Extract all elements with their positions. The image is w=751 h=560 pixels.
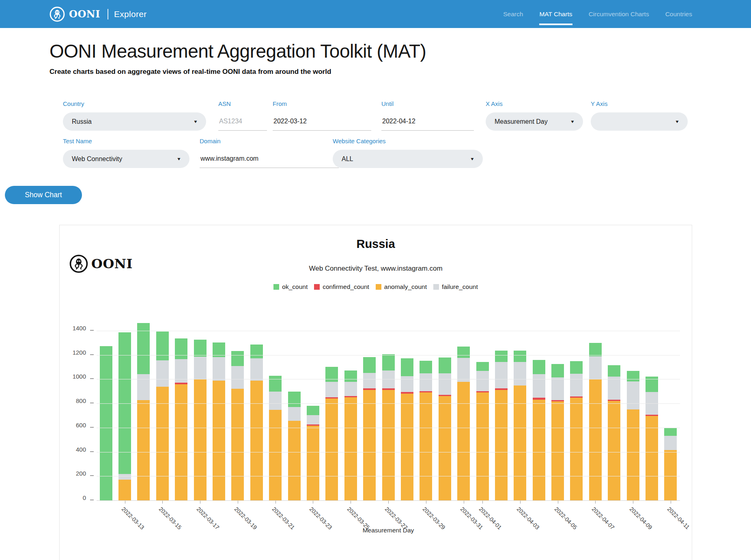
bar-segment-ok_count bbox=[420, 361, 432, 373]
nav-countries[interactable]: Countries bbox=[665, 8, 692, 20]
bar-slot-2022-03-29: 2022-03-29 bbox=[417, 319, 435, 501]
bar-segment-ok_count bbox=[608, 365, 620, 377]
x-axis-label: X Axis bbox=[486, 100, 583, 107]
bar-2022-03-25[interactable] bbox=[344, 370, 357, 501]
x-axis-select-value: Measurement Day bbox=[495, 118, 548, 125]
bar-slot-2022-03-31: 2022-03-31 bbox=[454, 319, 473, 501]
bar-2022-03-23[interactable] bbox=[307, 406, 319, 501]
legend-label: ok_count bbox=[282, 283, 308, 291]
bar-2022-04-08[interactable] bbox=[608, 365, 620, 501]
bar-2022-04-05[interactable] bbox=[551, 364, 564, 501]
bar-segment-failure_count bbox=[307, 415, 319, 424]
bar-2022-03-17[interactable] bbox=[194, 340, 207, 501]
nav-search[interactable]: Search bbox=[503, 8, 523, 20]
bar-slot-2022-03-28 bbox=[398, 319, 416, 501]
bar-segment-failure_count bbox=[551, 377, 564, 400]
from-date-input[interactable] bbox=[273, 112, 371, 131]
bar-2022-04-10[interactable] bbox=[646, 377, 658, 501]
bar-2022-04-01[interactable] bbox=[476, 362, 489, 501]
bar-segment-ok_count bbox=[627, 371, 639, 381]
ooni-octopus-icon bbox=[49, 6, 65, 22]
bar-segment-anomaly_count bbox=[382, 390, 395, 501]
bar-segment-ok_count bbox=[439, 358, 451, 373]
bar-slot-2022-03-19: 2022-03-19 bbox=[228, 319, 247, 501]
bar-2022-03-26[interactable] bbox=[363, 357, 376, 501]
bar-slot-2022-04-07: 2022-04-07 bbox=[586, 319, 605, 501]
chart-subtitle: Web Connectivity Test, www.instagram.com bbox=[60, 265, 692, 273]
bar-slot-2022-04-06 bbox=[567, 319, 586, 501]
ooni-explorer-logo[interactable]: OONI Explorer bbox=[49, 6, 147, 22]
until-date-input[interactable] bbox=[381, 112, 474, 131]
field-until: Until bbox=[381, 100, 474, 131]
bar-2022-03-15[interactable] bbox=[156, 332, 169, 501]
test-name-select[interactable]: Web Connectivity ▼ bbox=[63, 150, 189, 168]
brand-divider bbox=[108, 9, 108, 19]
x-tick-mark bbox=[351, 501, 351, 504]
bar-2022-04-11[interactable] bbox=[664, 428, 677, 501]
bar-slot-2022-03-30 bbox=[435, 319, 454, 501]
bar-2022-03-21[interactable] bbox=[269, 376, 282, 501]
gridline-200 bbox=[97, 476, 680, 476]
bar-2022-03-18[interactable] bbox=[213, 342, 225, 501]
bar-2022-03-29[interactable] bbox=[420, 361, 432, 501]
bar-segment-anomaly_count bbox=[551, 401, 564, 501]
bar-segment-anomaly_count bbox=[439, 396, 451, 501]
bar-segment-anomaly_count bbox=[213, 381, 225, 501]
domain-input[interactable] bbox=[200, 150, 339, 168]
bar-2022-03-14[interactable] bbox=[137, 323, 150, 501]
bar-segment-failure_count bbox=[608, 377, 620, 399]
bar-segment-anomaly_count bbox=[514, 386, 526, 501]
chevron-down-icon: ▼ bbox=[675, 119, 680, 124]
bar-segment-ok_count bbox=[382, 354, 395, 370]
chart-title: Russia bbox=[60, 237, 692, 251]
country-select[interactable]: Russia ▼ bbox=[63, 112, 206, 131]
bar-2022-04-04[interactable] bbox=[533, 360, 545, 501]
nav-circumvention-charts[interactable]: Circumvention Charts bbox=[589, 8, 649, 20]
x-tick-mark bbox=[464, 501, 464, 504]
bar-2022-03-24[interactable] bbox=[325, 367, 338, 501]
bar-slot-2022-04-01: 2022-04-01 bbox=[473, 319, 492, 501]
bar-2022-03-13[interactable] bbox=[118, 332, 131, 501]
bar-segment-anomaly_count bbox=[175, 384, 187, 501]
bar-2022-03-12[interactable] bbox=[100, 346, 112, 501]
bar-2022-04-07[interactable] bbox=[589, 343, 602, 501]
bar-slot-2022-04-09: 2022-04-09 bbox=[624, 319, 642, 501]
field-domain: Domain bbox=[200, 138, 339, 168]
show-chart-button[interactable]: Show Chart bbox=[5, 186, 82, 204]
bar-2022-04-02[interactable] bbox=[495, 351, 508, 501]
domain-label: Domain bbox=[200, 138, 339, 144]
field-asn: ASN bbox=[218, 100, 267, 131]
bar-segment-failure_count bbox=[269, 392, 282, 410]
bar-segment-ok_count bbox=[269, 376, 282, 392]
bar-segment-failure_count bbox=[495, 362, 508, 388]
y-axis-select[interactable]: ▼ bbox=[591, 112, 688, 131]
bar-segment-ok_count bbox=[589, 343, 602, 356]
bar-2022-03-19[interactable] bbox=[231, 351, 244, 501]
bar-2022-04-09[interactable] bbox=[627, 371, 639, 501]
bar-segment-ok_count bbox=[344, 370, 357, 382]
bar-segment-ok_count bbox=[156, 332, 169, 360]
legend-swatch-ok bbox=[273, 284, 279, 290]
legend-item-anomaly-count: anomaly_count bbox=[376, 283, 427, 291]
bar-2022-03-31[interactable] bbox=[457, 347, 470, 501]
bar-2022-03-20[interactable] bbox=[250, 345, 263, 501]
x-axis-select[interactable]: Measurement Day ▼ bbox=[486, 112, 583, 131]
bar-2022-04-06[interactable] bbox=[570, 361, 583, 501]
y-tick-mark bbox=[90, 475, 94, 476]
bar-2022-04-03[interactable] bbox=[514, 351, 526, 501]
bar-segment-failure_count bbox=[401, 376, 413, 392]
bar-2022-03-22[interactable] bbox=[288, 392, 301, 501]
bar-segment-failure_count bbox=[156, 360, 169, 387]
nav-mat-charts[interactable]: MAT Charts bbox=[539, 8, 572, 20]
bar-slot-2022-03-22 bbox=[285, 319, 303, 501]
main-nav: Search MAT Charts Circumvention Charts C… bbox=[503, 8, 692, 20]
y-tick-mark bbox=[90, 403, 94, 403]
bar-2022-03-28[interactable] bbox=[401, 358, 413, 501]
bar-segment-failure_count bbox=[118, 474, 131, 479]
y-tick-label-0: 0 bbox=[61, 494, 86, 501]
bar-segment-anomaly_count bbox=[420, 392, 432, 501]
bars-area: 2022-03-132022-03-152022-03-172022-03-19… bbox=[97, 319, 680, 501]
asn-input[interactable] bbox=[218, 112, 267, 131]
bar-segment-anomaly_count bbox=[476, 392, 489, 501]
website-categories-select[interactable]: ALL ▼ bbox=[333, 150, 483, 168]
